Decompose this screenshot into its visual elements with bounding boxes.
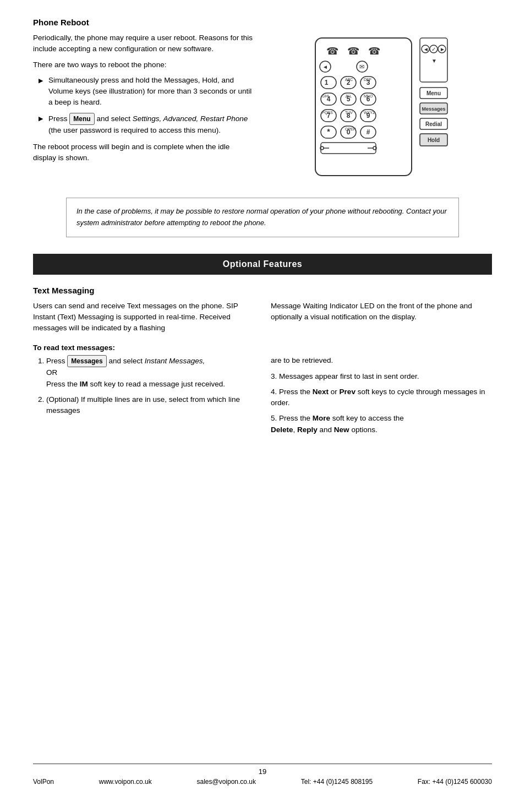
step4-pre: Press the xyxy=(279,388,310,396)
step1-and-select: and select xyxy=(108,357,144,365)
step2-right: are to be retrieved. xyxy=(271,355,492,366)
svg-text:◄: ◄ xyxy=(322,64,328,70)
svg-text:✉: ✉ xyxy=(359,63,364,70)
svg-text:☎: ☎ xyxy=(326,46,338,57)
step2: (Optional) If multiple lines are in use,… xyxy=(46,394,254,417)
svg-text:TUV: TUV xyxy=(345,111,353,115)
step5-pre: Press the xyxy=(279,414,310,422)
step4-prev: Prev xyxy=(340,388,356,396)
steps-left: Press Messages and select Instant Messag… xyxy=(33,355,254,440)
svg-text:►: ► xyxy=(440,46,445,52)
page-number: 19 xyxy=(33,767,492,776)
svg-text:▼: ▼ xyxy=(431,58,437,64)
bullet2-paren: (the user password is required to access… xyxy=(48,126,221,134)
phone-reboot-section: Phone Reboot Periodically, the phone may… xyxy=(33,18,492,237)
reboot-two-col: Periodically, the phone may require a us… xyxy=(33,32,492,187)
step4: 4. Press the Next or Prev soft keys to c… xyxy=(271,386,492,409)
step2-right-text: are to be retrieved. xyxy=(271,356,333,364)
steps-right: are to be retrieved. 3. Messages appear … xyxy=(271,355,492,440)
step1-im: IM xyxy=(80,380,88,388)
svg-text:Hold: Hold xyxy=(428,137,440,143)
svg-text:1: 1 xyxy=(325,79,329,86)
footer-tel: Tel: +44 (0)1245 808195 xyxy=(301,778,373,786)
step3-num: 3. xyxy=(271,372,279,380)
step5-more: More xyxy=(313,414,330,422)
bullet2-italic: Settings, Advanced, Restart Phone xyxy=(133,115,248,123)
optional-features-bar: Optional Features xyxy=(33,254,492,275)
svg-text:Menu: Menu xyxy=(426,90,441,96)
messages-button-label: Messages xyxy=(67,355,106,367)
reboot-bullet2: Press Menu and select Settings, Advanced… xyxy=(39,113,254,136)
step1-cont: Press the xyxy=(46,380,78,388)
reboot-para2: There are two ways to reboot the phone: xyxy=(33,59,254,70)
step5-comma1: , xyxy=(293,426,298,434)
footer-fax: Fax: +44 (0)1245 600030 xyxy=(418,778,492,786)
svg-rect-16 xyxy=(321,77,336,89)
footer-brand: VolPon xyxy=(33,778,54,786)
step1-cont2: soft key to read a message just received… xyxy=(90,380,225,388)
menu-button-label: Menu xyxy=(69,113,94,125)
text-messaging-para1: Users can send and receive Text messages… xyxy=(33,301,254,334)
reboot-note: In the case of problems, it may be possi… xyxy=(66,198,459,237)
svg-text:☎: ☎ xyxy=(347,46,359,57)
reboot-para3: The reboot process will begin and is com… xyxy=(33,141,254,164)
svg-rect-0 xyxy=(315,38,412,176)
text-messaging-right: Message Waiting Indicator LED on the fro… xyxy=(271,301,492,339)
text-messaging-section: Text Messaging Users can send and receiv… xyxy=(33,286,492,440)
step3: 3. Messages appear first to last in sent… xyxy=(271,371,492,382)
phone-diagram: ☎ ☎ ☎ ◄ ✓ ► ▼ xyxy=(271,32,492,187)
text-messaging-two-col: Users can send and receive Text messages… xyxy=(33,301,492,339)
svg-text:Messages: Messages xyxy=(422,106,445,112)
svg-text:✓: ✓ xyxy=(431,46,436,52)
phone-reboot-title: Phone Reboot xyxy=(33,18,492,27)
phone-illustration: ☎ ☎ ☎ ◄ ✓ ► ▼ xyxy=(310,32,453,187)
bullet2-and-select: and select xyxy=(96,115,132,123)
reboot-bullet-list: Simultaneously press and hold the Messag… xyxy=(39,75,254,136)
step4-num: 4. xyxy=(271,388,279,396)
step1-prefix: Press xyxy=(46,357,65,365)
step4-or: or xyxy=(331,388,340,396)
step5-delete: Delete xyxy=(271,426,293,434)
step5-and: and xyxy=(320,426,334,434)
page: Phone Reboot Periodically, the phone may… xyxy=(0,0,525,812)
step5: 5. Press the More soft key to access the… xyxy=(271,413,492,435)
svg-text:#: # xyxy=(367,128,370,136)
svg-text:DEF: DEF xyxy=(364,78,371,81)
reboot-left-col: Periodically, the phone may require a us… xyxy=(33,32,254,187)
to-read-label: To read text messages: xyxy=(33,344,492,352)
step3-text: Messages appear first to last in sent or… xyxy=(279,372,419,380)
step5-num: 5. xyxy=(271,414,279,422)
text-messaging-title: Text Messaging xyxy=(33,286,492,295)
steps-two-col: Press Messages and select Instant Messag… xyxy=(33,355,492,440)
step5-new: New xyxy=(334,426,349,434)
reboot-bullet1: Simultaneously press and hold the Messag… xyxy=(39,75,254,108)
tm-para1-right: Message Waiting Indicator LED on the fro… xyxy=(271,301,492,323)
svg-text:☎: ☎ xyxy=(368,46,380,57)
svg-text:PQRS: PQRS xyxy=(322,111,333,115)
svg-text:*: * xyxy=(327,127,330,136)
step5-suf: options. xyxy=(351,426,377,434)
note-text: In the case of problems, it may be possi… xyxy=(76,207,447,227)
step4-next: Next xyxy=(313,388,329,396)
optional-features-label: Optional Features xyxy=(223,259,303,269)
svg-text:OPER: OPER xyxy=(345,127,356,131)
svg-text:Redial: Redial xyxy=(425,121,442,127)
svg-text:GHI: GHI xyxy=(322,94,329,98)
bullet2-prefix: Press xyxy=(48,115,68,123)
svg-text:◄: ◄ xyxy=(423,46,429,52)
step1-italic: Instant Messages, xyxy=(145,357,205,365)
footer-email: sales@voipon.co.uk xyxy=(196,778,256,786)
reboot-para1: Periodically, the phone may require a us… xyxy=(33,32,254,55)
step5-reply: Reply xyxy=(297,426,318,434)
step5-mid: soft key to access the xyxy=(332,414,404,422)
steps-list-right: are to be retrieved. 3. Messages appear … xyxy=(271,355,492,435)
svg-text:MNO: MNO xyxy=(364,94,373,98)
svg-text:ABC: ABC xyxy=(345,78,353,81)
step1-or: OR xyxy=(46,368,57,377)
steps-list-left: Press Messages and select Instant Messag… xyxy=(46,355,254,416)
to-read-text: To read text messages: xyxy=(33,344,115,352)
step1: Press Messages and select Instant Messag… xyxy=(46,355,254,390)
tm-para1-text: Users can send and receive Text messages… xyxy=(33,302,238,333)
svg-text:JKL: JKL xyxy=(345,94,352,98)
footer-website: www.voipon.co.uk xyxy=(99,778,152,786)
